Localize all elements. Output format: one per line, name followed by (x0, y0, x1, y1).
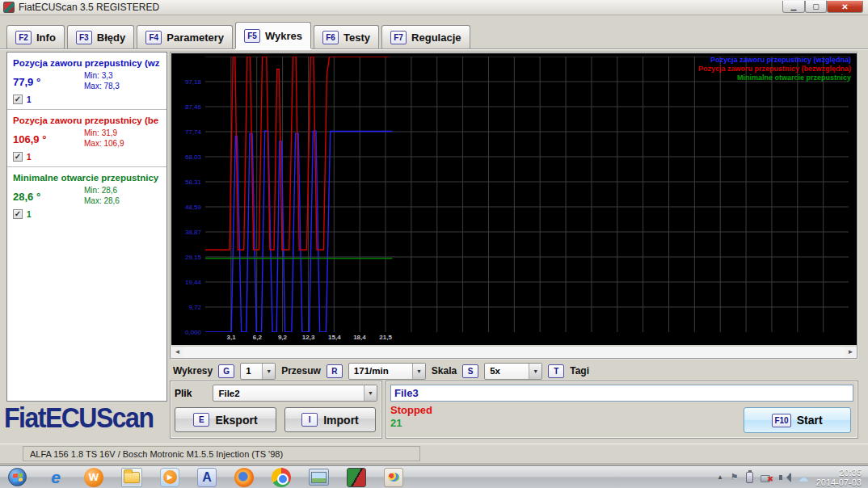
chart-controls-row: Wykresy G 1▼ Przesuw R 171/min▼ Skala S … (173, 361, 589, 381)
status-bar: ALFA 156 1.8 TS 16V / Bosch Motronic M1.… (0, 444, 868, 463)
parameter-name: Pozycja zaworu przepustnicy (be (7, 114, 166, 125)
parameter-row: Pozycja zaworu przepustnicy (be 106,9 ° … (7, 109, 166, 166)
chrome-icon[interactable] (272, 468, 291, 487)
minimize-button[interactable]: ▁ (782, 1, 805, 13)
tab-testy[interactable]: F6Testy (314, 25, 379, 48)
alcohol-120-icon[interactable]: A (197, 468, 217, 487)
tab-label: Wykres (265, 30, 302, 42)
channel-checkbox[interactable]: ✓ (13, 209, 23, 219)
parameter-minmax: Min: 28,6Max: 28,6 (84, 185, 120, 206)
tab-label: Info (36, 32, 56, 44)
y-tick-label: 48,59 (185, 204, 201, 211)
channel-number: 1 (27, 95, 32, 104)
channel-number: 1 (27, 210, 32, 219)
y-tick-label: 0,000 (185, 329, 201, 336)
maximize-button[interactable]: ▢ (805, 1, 827, 13)
eksport-key-badge: E (193, 413, 209, 427)
przesuw-key-button[interactable]: R (327, 364, 343, 378)
tab-regulacje[interactable]: F7Regulacje (381, 25, 470, 48)
paint-app-icon[interactable] (384, 468, 403, 487)
y-tick-label: 29,15 (185, 254, 201, 261)
battery-icon[interactable] (746, 472, 753, 483)
parameter-name: Minimalne otwarcie przepustnicy (7, 171, 166, 183)
tagi-key-button[interactable]: T (548, 364, 564, 378)
y-tick-label: 38,87 (185, 229, 201, 236)
tab-label: Błędy (97, 32, 125, 44)
firefox-icon[interactable] (234, 468, 254, 487)
internet-explorer-icon[interactable]: e (45, 468, 66, 487)
file-select[interactable]: File2▼ (213, 385, 377, 402)
tab-wykres[interactable]: F5Wykres (235, 22, 311, 48)
x-tick-label: 6,2 (253, 334, 262, 341)
taskbar-clock[interactable]: 20:35 2014-07-03 (816, 467, 862, 487)
wykresy-label: Wykresy (173, 365, 213, 377)
wykresy-key-button[interactable]: G (218, 364, 234, 378)
tab-bledy[interactable]: F3Błędy (67, 25, 134, 48)
start-label: Start (797, 414, 823, 427)
x-axis-labels: 3,16,29,212,315,418,421,5 (205, 334, 849, 343)
tray-expand-icon[interactable]: ▲ (717, 473, 723, 481)
file-group: Plik File2▼ EEksport IImport (170, 381, 382, 439)
x-tick-label: 9,2 (278, 334, 287, 341)
app-window: FiatECUScan 3.5 REGISTERED ▁ ▢ ✕ F2Info … (0, 0, 868, 465)
fiatecuscan-logo: FiatECUScan (4, 402, 153, 435)
scroll-left-arrow-icon[interactable]: ◄ (171, 347, 183, 358)
scroll-right-arrow-icon[interactable]: ► (845, 347, 857, 358)
record-filename-input[interactable] (390, 385, 853, 402)
fkey-badge: F4 (145, 31, 162, 44)
channel-checkbox[interactable]: ✓ (13, 152, 23, 162)
tagi-label: Tagi (570, 365, 589, 377)
window-title: FiatECUScan 3.5 REGISTERED (19, 2, 159, 13)
legend-item: Pozycja zaworu przepustnicy (bezwzględna… (698, 65, 851, 74)
y-tick-label: 77,74 (185, 128, 201, 136)
title-bar: FiatECUScan 3.5 REGISTERED ▁ ▢ ✕ (0, 0, 868, 15)
skala-select[interactable]: 5x▼ (484, 363, 542, 380)
skala-key-button[interactable]: S (462, 364, 478, 378)
tab-info[interactable]: F2Info (6, 25, 65, 48)
volume-icon[interactable]: ) (779, 473, 790, 482)
network-disconnected-icon[interactable]: ✕ (761, 472, 772, 483)
import-key-badge: I (301, 413, 318, 427)
tab-label: Testy (343, 32, 370, 44)
channel-checkbox[interactable]: ✓ (13, 95, 23, 104)
skala-label: Skala (432, 365, 457, 377)
x-tick-label: 12,3 (302, 334, 315, 341)
import-button[interactable]: IImport (284, 407, 376, 432)
fkey-badge: F2 (15, 31, 32, 44)
action-center-flag-icon[interactable]: ⚑ (731, 472, 739, 482)
plik-label: Plik (175, 388, 213, 399)
parameter-value: 77,9 ° (13, 70, 84, 91)
chevron-down-icon: ▼ (529, 364, 541, 379)
parameter-row: Pozycja zaworu przepustnicy (wz 77,9 ° M… (7, 53, 166, 109)
security-app-icon[interactable] (347, 468, 366, 487)
fkey-badge: F5 (244, 29, 260, 43)
parameter-minmax: Min: 31,9Max: 106,9 (84, 128, 124, 149)
chart-horizontal-scrollbar[interactable]: ◄ ► (171, 346, 857, 358)
eksport-button[interactable]: EEksport (175, 407, 276, 432)
parameter-name: Pozycja zaworu przepustnicy (wz (7, 57, 166, 68)
y-tick-label: 97,18 (185, 78, 201, 86)
start-record-button[interactable]: F10Start (744, 407, 851, 433)
tab-parametery[interactable]: F4Parametery (137, 25, 233, 48)
close-button[interactable]: ✕ (827, 1, 863, 13)
legend-item: Minimalne otwarcie przepustnicy (698, 74, 851, 82)
channel-number: 1 (27, 153, 32, 162)
start-button[interactable] (6, 468, 27, 487)
chart-panel: Pozycja zaworu przepustnicy (względna)Po… (170, 52, 858, 360)
parameter-minmax: Min: 3,3Max: 78,3 (84, 70, 120, 91)
wykresy-select[interactable]: 1▼ (240, 363, 276, 380)
image-viewer-icon[interactable] (309, 469, 329, 486)
parameter-list-panel: Pozycja zaworu przepustnicy (wz 77,9 ° M… (6, 52, 167, 402)
cloud-icon[interactable]: ☁ (798, 471, 809, 484)
media-player-icon[interactable] (160, 468, 179, 487)
x-tick-label: 18,4 (353, 334, 366, 341)
przesuw-select[interactable]: 171/min▼ (348, 363, 426, 380)
windows-explorer-icon[interactable] (121, 468, 142, 487)
chart-plot (205, 57, 849, 332)
orange-w-app-icon[interactable]: W (84, 468, 103, 487)
chevron-down-icon: ▼ (412, 364, 425, 379)
eksport-label: Eksport (215, 414, 257, 427)
tab-bar: F2Info F3Błędy F4Parametery F5Wykres F6T… (6, 22, 473, 48)
tab-label: Parametery (166, 32, 224, 44)
y-tick-label: 68,03 (185, 154, 201, 161)
